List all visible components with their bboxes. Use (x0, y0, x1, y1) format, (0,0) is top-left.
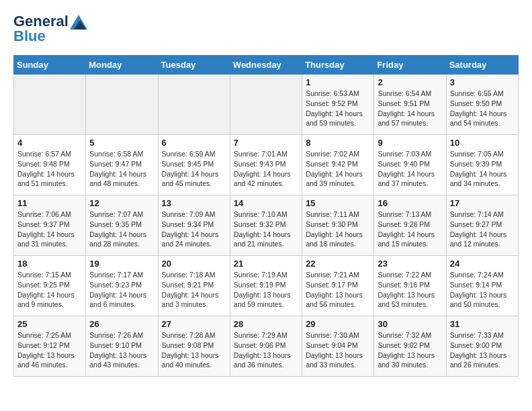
day-number: 5 (89, 138, 154, 148)
calendar-cell: 25Sunrise: 7:25 AM Sunset: 9:12 PM Dayli… (14, 316, 86, 377)
calendar-cell: 3Sunrise: 6:55 AM Sunset: 9:50 PM Daylig… (446, 75, 518, 135)
day-detail: Sunrise: 6:57 AM Sunset: 9:48 PM Dayligh… (17, 149, 82, 189)
calendar-cell: 24Sunrise: 7:24 AM Sunset: 9:14 PM Dayli… (446, 256, 518, 316)
day-number: 20 (162, 259, 226, 269)
day-detail: Sunrise: 6:59 AM Sunset: 9:45 PM Dayligh… (162, 149, 226, 189)
calendar-week-row: 11Sunrise: 7:06 AM Sunset: 9:37 PM Dayli… (14, 195, 519, 256)
day-number: 3 (450, 77, 515, 87)
calendar-cell: 4Sunrise: 6:57 AM Sunset: 9:48 PM Daylig… (14, 135, 86, 195)
calendar-cell (14, 75, 86, 135)
day-number: 19 (89, 259, 154, 269)
day-detail: Sunrise: 7:05 AM Sunset: 9:39 PM Dayligh… (450, 149, 515, 189)
logo-icon (70, 15, 87, 30)
day-detail: Sunrise: 7:32 AM Sunset: 9:02 PM Dayligh… (378, 330, 442, 370)
day-detail: Sunrise: 6:55 AM Sunset: 9:50 PM Dayligh… (450, 89, 515, 128)
day-number: 9 (378, 138, 442, 148)
calendar-cell: 23Sunrise: 7:22 AM Sunset: 9:16 PM Dayli… (374, 256, 446, 316)
day-number: 11 (17, 198, 82, 208)
day-detail: Sunrise: 6:58 AM Sunset: 9:47 PM Dayligh… (89, 149, 154, 189)
calendar-cell: 6Sunrise: 6:59 AM Sunset: 9:45 PM Daylig… (158, 135, 230, 195)
calendar-week-row: 25Sunrise: 7:25 AM Sunset: 9:12 PM Dayli… (14, 316, 519, 377)
day-detail: Sunrise: 7:11 AM Sunset: 9:30 PM Dayligh… (306, 210, 370, 249)
day-number: 30 (378, 319, 442, 329)
page-header: General Blue (13, 13, 519, 44)
day-detail: Sunrise: 7:26 AM Sunset: 9:10 PM Dayligh… (89, 330, 154, 370)
day-number: 22 (306, 259, 370, 269)
day-detail: Sunrise: 7:24 AM Sunset: 9:14 PM Dayligh… (450, 270, 515, 310)
day-detail: Sunrise: 7:09 AM Sunset: 9:34 PM Dayligh… (162, 210, 226, 249)
day-detail: Sunrise: 7:19 AM Sunset: 9:19 PM Dayligh… (234, 270, 298, 310)
calendar-cell: 15Sunrise: 7:11 AM Sunset: 9:30 PM Dayli… (302, 195, 374, 256)
day-detail: Sunrise: 7:06 AM Sunset: 9:37 PM Dayligh… (17, 210, 82, 249)
calendar-cell: 18Sunrise: 7:15 AM Sunset: 9:25 PM Dayli… (14, 256, 86, 316)
day-number: 12 (89, 198, 154, 208)
calendar-cell: 19Sunrise: 7:17 AM Sunset: 9:23 PM Dayli… (86, 256, 158, 316)
calendar-cell: 28Sunrise: 7:29 AM Sunset: 9:06 PM Dayli… (230, 316, 302, 377)
day-number: 13 (162, 198, 226, 208)
day-number: 31 (450, 319, 515, 329)
day-number: 18 (17, 259, 82, 269)
calendar-cell: 16Sunrise: 7:13 AM Sunset: 9:28 PM Dayli… (374, 195, 446, 256)
calendar-cell (158, 75, 230, 135)
day-number: 26 (89, 319, 154, 329)
calendar-cell: 13Sunrise: 7:09 AM Sunset: 9:34 PM Dayli… (158, 195, 230, 256)
weekday-header-wednesday: Wednesday (230, 56, 302, 75)
day-detail: Sunrise: 7:03 AM Sunset: 9:40 PM Dayligh… (378, 149, 442, 189)
day-number: 4 (17, 138, 82, 148)
day-number: 2 (378, 77, 442, 87)
day-detail: Sunrise: 7:07 AM Sunset: 9:35 PM Dayligh… (89, 210, 154, 249)
calendar-week-row: 18Sunrise: 7:15 AM Sunset: 9:25 PM Dayli… (14, 256, 519, 316)
calendar-cell: 26Sunrise: 7:26 AM Sunset: 9:10 PM Dayli… (86, 316, 158, 377)
calendar-week-row: 1Sunrise: 6:53 AM Sunset: 9:52 PM Daylig… (14, 75, 519, 135)
day-number: 10 (450, 138, 515, 148)
day-detail: Sunrise: 6:53 AM Sunset: 9:52 PM Dayligh… (306, 89, 370, 128)
day-number: 14 (234, 198, 298, 208)
calendar-header-row: SundayMondayTuesdayWednesdayThursdayFrid… (14, 56, 519, 75)
day-number: 24 (450, 259, 515, 269)
day-detail: Sunrise: 7:33 AM Sunset: 9:00 PM Dayligh… (450, 330, 515, 370)
calendar-cell: 10Sunrise: 7:05 AM Sunset: 9:39 PM Dayli… (446, 135, 518, 195)
day-detail: Sunrise: 6:54 AM Sunset: 9:51 PM Dayligh… (378, 89, 442, 128)
calendar-cell: 8Sunrise: 7:02 AM Sunset: 9:42 PM Daylig… (302, 135, 374, 195)
day-detail: Sunrise: 7:10 AM Sunset: 9:32 PM Dayligh… (234, 210, 298, 249)
day-detail: Sunrise: 7:29 AM Sunset: 9:06 PM Dayligh… (234, 330, 298, 370)
day-detail: Sunrise: 7:01 AM Sunset: 9:43 PM Dayligh… (234, 149, 298, 189)
day-number: 8 (306, 138, 370, 148)
day-detail: Sunrise: 7:02 AM Sunset: 9:42 PM Dayligh… (306, 149, 370, 189)
calendar-cell: 21Sunrise: 7:19 AM Sunset: 9:19 PM Dayli… (230, 256, 302, 316)
day-detail: Sunrise: 7:15 AM Sunset: 9:25 PM Dayligh… (17, 270, 82, 310)
calendar-cell: 30Sunrise: 7:32 AM Sunset: 9:02 PM Dayli… (374, 316, 446, 377)
calendar-cell: 17Sunrise: 7:14 AM Sunset: 9:27 PM Dayli… (446, 195, 518, 256)
calendar-cell: 12Sunrise: 7:07 AM Sunset: 9:35 PM Dayli… (86, 195, 158, 256)
day-detail: Sunrise: 7:25 AM Sunset: 9:12 PM Dayligh… (17, 330, 82, 370)
calendar-cell: 9Sunrise: 7:03 AM Sunset: 9:40 PM Daylig… (374, 135, 446, 195)
weekday-header-sunday: Sunday (14, 56, 86, 75)
day-number: 21 (234, 259, 298, 269)
day-detail: Sunrise: 7:14 AM Sunset: 9:27 PM Dayligh… (450, 210, 515, 249)
day-detail: Sunrise: 7:13 AM Sunset: 9:28 PM Dayligh… (378, 210, 442, 249)
day-detail: Sunrise: 7:17 AM Sunset: 9:23 PM Dayligh… (89, 270, 154, 310)
calendar-cell: 31Sunrise: 7:33 AM Sunset: 9:00 PM Dayli… (446, 316, 518, 377)
day-number: 23 (378, 259, 442, 269)
day-number: 28 (234, 319, 298, 329)
logo-blue: Blue (13, 28, 87, 44)
calendar-cell (86, 75, 158, 135)
calendar-cell: 11Sunrise: 7:06 AM Sunset: 9:37 PM Dayli… (14, 195, 86, 256)
day-number: 17 (450, 198, 515, 208)
calendar-cell: 2Sunrise: 6:54 AM Sunset: 9:51 PM Daylig… (374, 75, 446, 135)
day-number: 29 (306, 319, 370, 329)
calendar-cell: 27Sunrise: 7:28 AM Sunset: 9:08 PM Dayli… (158, 316, 230, 377)
calendar-cell: 22Sunrise: 7:21 AM Sunset: 9:17 PM Dayli… (302, 256, 374, 316)
day-number: 7 (234, 138, 298, 148)
calendar-cell: 29Sunrise: 7:30 AM Sunset: 9:04 PM Dayli… (302, 316, 374, 377)
weekday-header-friday: Friday (374, 56, 446, 75)
weekday-header-thursday: Thursday (302, 56, 374, 75)
calendar-cell: 7Sunrise: 7:01 AM Sunset: 9:43 PM Daylig… (230, 135, 302, 195)
day-number: 16 (378, 198, 442, 208)
weekday-header-monday: Monday (86, 56, 158, 75)
calendar-cell (230, 75, 302, 135)
day-detail: Sunrise: 7:18 AM Sunset: 9:21 PM Dayligh… (162, 270, 226, 310)
calendar-table: SundayMondayTuesdayWednesdayThursdayFrid… (13, 55, 519, 377)
day-detail: Sunrise: 7:21 AM Sunset: 9:17 PM Dayligh… (306, 270, 370, 310)
calendar-cell: 5Sunrise: 6:58 AM Sunset: 9:47 PM Daylig… (86, 135, 158, 195)
